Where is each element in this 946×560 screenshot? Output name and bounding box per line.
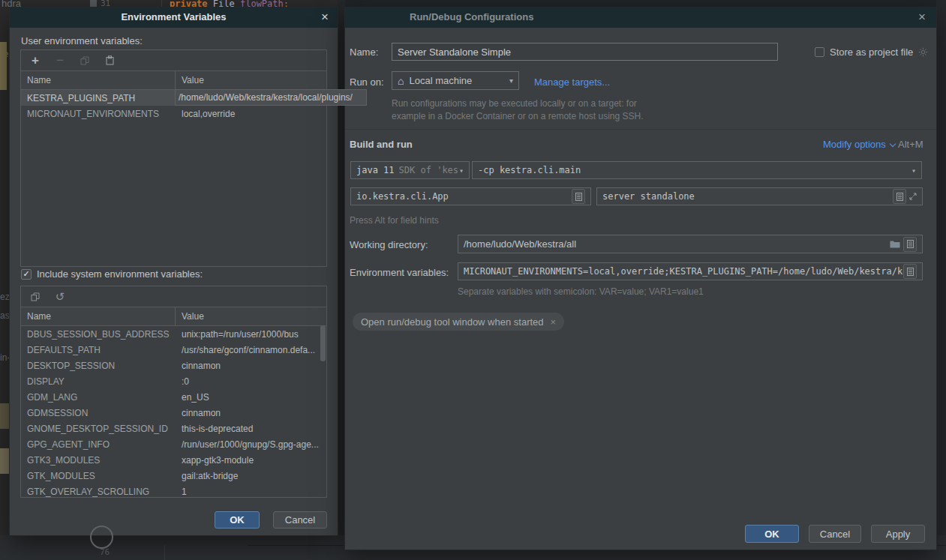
table-row[interactable]: DEFAULTS_PATH/usr/share/gconf/cinnamon.d… xyxy=(21,342,326,358)
env-name: MICRONAUT_ENVIRONMENTS xyxy=(21,109,176,119)
jdk-detail: SDK of 'kestra.cli.mair xyxy=(399,165,459,175)
column-header-value[interactable]: Value xyxy=(176,307,204,325)
dialog-titlebar[interactable]: Environment Variables × xyxy=(10,7,338,28)
table-row[interactable]: MICRONAUT_ENVIRONMENTS local,override xyxy=(21,106,326,121)
ok-button[interactable]: OK xyxy=(745,525,799,543)
column-header-name[interactable]: Name xyxy=(21,307,176,325)
env-value: en_US xyxy=(176,392,326,403)
apply-button[interactable]: Apply xyxy=(871,525,925,543)
main-class-value: io.kestra.cli.App xyxy=(356,191,449,202)
open-tool-window-tag[interactable]: Open run/debug tool window when started … xyxy=(353,313,564,331)
gear-icon[interactable] xyxy=(918,47,928,57)
classpath-dropdown[interactable]: -cp kestra.cli.main ▾ xyxy=(472,161,922,179)
include-system-env-label: Include system environment variables: xyxy=(37,268,203,280)
background-strip xyxy=(338,0,946,7)
env-value: this-is-deprecated xyxy=(176,424,326,434)
editor-gutter-separator xyxy=(164,545,165,560)
modify-options-link[interactable]: Modify options xyxy=(823,139,895,150)
env-value: gail:atk-bridge xyxy=(176,471,326,481)
env-value: cinnamon xyxy=(176,408,326,418)
classpath-value: -cp kestra.cli.main xyxy=(478,165,581,175)
editor-gutter-separator xyxy=(161,0,162,7)
table-row[interactable]: GDM_LANGen_US xyxy=(21,389,326,405)
ok-button[interactable]: OK xyxy=(215,511,260,529)
chevron-down-icon: ▾ xyxy=(509,76,513,85)
folder-icon[interactable] xyxy=(890,240,900,248)
checkbox-unchecked-icon[interactable] xyxy=(815,47,824,57)
table-row[interactable]: GTK_MODULESgail:atk-bridge xyxy=(21,468,326,484)
close-icon[interactable]: × xyxy=(918,10,926,25)
run-on-help-line2: example in a Docker Container or on a re… xyxy=(392,111,644,121)
env-name: GPG_AGENT_INFO xyxy=(21,439,176,450)
table-row[interactable]: DBUS_SESSION_BUS_ADDRESSunix:path=/run/u… xyxy=(21,326,326,342)
add-icon[interactable]: + xyxy=(29,55,41,67)
background-strip xyxy=(338,0,345,560)
table-row[interactable]: DISPLAY:0 xyxy=(21,373,326,389)
scrollbar-thumb[interactable] xyxy=(320,325,326,361)
name-input[interactable]: Server Standalone Simple xyxy=(392,43,778,61)
table-row[interactable]: GTK3_MODULESxapp-gtk3-module xyxy=(21,452,326,468)
user-env-table-panel: + − Name Value KESTRA_PLUGINS_PATH MICRO… xyxy=(20,49,327,267)
environment-variables-input[interactable]: MICRONAUT_ENVIRONMENTS=local,override;KE… xyxy=(458,262,923,280)
chevron-down-icon xyxy=(890,141,896,147)
chevron-down-icon: ▾ xyxy=(459,166,464,175)
undo-icon[interactable]: ↺ xyxy=(54,291,66,303)
main-class-input[interactable]: io.kestra.cli.App xyxy=(350,187,591,205)
table-row[interactable]: GTK_OVERLAY_SCROLLING1 xyxy=(21,484,326,498)
macros-list-icon[interactable] xyxy=(572,189,585,204)
cancel-button[interactable]: Cancel xyxy=(809,525,861,543)
store-as-project-file-row[interactable]: Store as project file xyxy=(815,46,928,58)
background-strip xyxy=(936,0,946,560)
paste-icon[interactable] xyxy=(104,55,116,67)
manage-targets-link[interactable]: Manage targets... xyxy=(534,76,610,88)
env-name: DEFAULTS_PATH xyxy=(21,345,176,355)
program-arguments-value: server standalone xyxy=(602,191,695,202)
column-header-name[interactable]: Name xyxy=(21,71,176,89)
run-on-dropdown[interactable]: ⌂ Local machine ▾ xyxy=(392,71,519,90)
run-on-help-line1: Run configurations may be executed local… xyxy=(392,98,637,109)
working-directory-input[interactable]: /home/ludo/Web/kestra/all xyxy=(458,235,923,253)
copy-icon[interactable] xyxy=(79,55,91,67)
table-row[interactable]: GDMSESSIONcinnamon xyxy=(21,405,326,421)
env-name: GTK3_MODULES xyxy=(21,455,176,466)
environment-variables-help: Separate variables with semicolon: VAR=v… xyxy=(458,286,704,297)
close-icon[interactable]: × xyxy=(321,10,329,25)
working-directory-label: Working directory: xyxy=(350,239,428,250)
screen: hdra res ezi ast in- 31 private File flo… xyxy=(0,0,946,560)
env-name: DESKTOP_SESSION xyxy=(21,361,176,371)
program-arguments-input[interactable]: server standalone xyxy=(596,187,923,205)
macros-list-icon[interactable] xyxy=(903,237,917,252)
env-value: 1 xyxy=(176,487,326,497)
remove-icon[interactable]: − xyxy=(54,55,66,67)
table-row[interactable]: GNOME_DESKTOP_SESSION_IDthis-is-deprecat… xyxy=(21,421,326,436)
dialog-titlebar[interactable]: Run/Debug Configurations × xyxy=(345,7,936,28)
environment-variables-dialog: Environment Variables × User environment… xyxy=(10,7,338,535)
cell-value-tooltip: /home/ludo/Web/kestra/kestra/local/plugi… xyxy=(175,89,367,106)
env-name: GNOME_DESKTOP_SESSION_ID xyxy=(21,424,176,434)
env-name: GDMSESSION xyxy=(21,408,176,418)
build-and-run-heading: Build and run xyxy=(350,139,413,150)
include-system-env-checkbox-row[interactable]: ✓ Include system environment variables: xyxy=(21,268,203,280)
system-env-toolbar: ↺ xyxy=(21,286,326,307)
macros-list-icon[interactable] xyxy=(893,189,906,204)
expand-field-icon[interactable] xyxy=(909,193,917,200)
checkbox-checked-icon[interactable]: ✓ xyxy=(21,269,32,280)
name-label: Name: xyxy=(350,46,378,58)
name-value: Server Standalone Simple xyxy=(398,46,511,58)
environment-variables-value: MICRONAUT_ENVIRONMENTS=local,override;KE… xyxy=(464,266,903,277)
jdk-dropdown[interactable]: java 11 SDK of 'kestra.cli.mair ▾ xyxy=(350,161,470,179)
run-debug-configurations-dialog: Run/Debug Configurations × Name: Server … xyxy=(345,7,936,550)
column-header-value[interactable]: Value xyxy=(176,71,204,89)
open-tool-window-tag-label: Open run/debug tool window when started xyxy=(361,316,544,328)
browse-env-vars-icon[interactable] xyxy=(903,264,917,279)
table-row[interactable]: GPG_AGENT_INFO/run/user/1000/gnupg/S.gpg… xyxy=(21,436,326,452)
copy-icon[interactable] xyxy=(29,291,41,303)
modify-options-shortcut: Alt+M xyxy=(898,139,923,150)
system-env-table-panel: ↺ Name Value DBUS_SESSION_BUS_ADDRESSuni… xyxy=(20,286,327,498)
table-row[interactable]: DESKTOP_SESSIONcinnamon xyxy=(21,358,326,373)
run-on-value: Local machine xyxy=(409,75,472,86)
env-name: GTK_OVERLAY_SCROLLING xyxy=(21,487,176,497)
editor-gutter-mark xyxy=(90,0,97,7)
cancel-button[interactable]: Cancel xyxy=(273,511,327,529)
remove-tag-icon[interactable]: × xyxy=(551,316,557,328)
